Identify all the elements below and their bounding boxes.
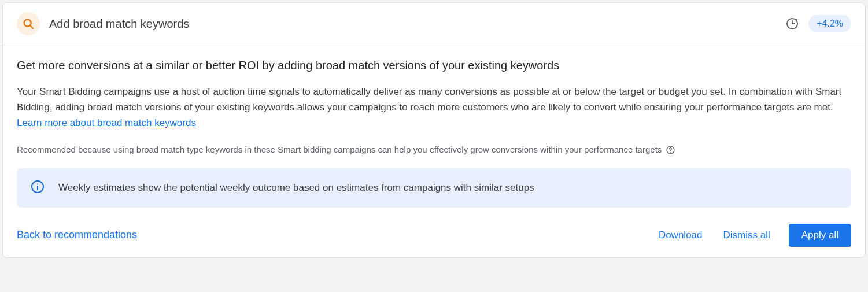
card-header: Add broad match keywords +4.2%: [3, 3, 865, 45]
svg-line-1: [30, 25, 33, 28]
card-footer: Back to recommendations Download Dismiss…: [3, 219, 865, 257]
info-banner-text: Weekly estimates show the potential week…: [58, 182, 534, 194]
auto-apply-icon[interactable]: [785, 17, 799, 31]
description-text: Your Smart Bidding campaigns use a host …: [17, 86, 841, 113]
info-icon: [31, 180, 45, 196]
card-subtitle: Get more conversions at a similar or bet…: [17, 59, 851, 72]
card-body: Get more conversions at a similar or bet…: [3, 45, 865, 219]
reason-text: Recommended because using broad match ty…: [17, 145, 662, 154]
recommendation-card: Add broad match keywords +4.2% Get more …: [2, 2, 866, 258]
svg-point-6: [670, 151, 671, 152]
help-icon[interactable]: [666, 145, 675, 155]
svg-point-9: [37, 183, 38, 184]
card-title: Add broad match keywords: [49, 17, 776, 31]
search-icon: [17, 12, 40, 35]
back-link[interactable]: Back to recommendations: [17, 229, 137, 241]
apply-all-button[interactable]: Apply all: [789, 224, 851, 247]
info-banner: Weekly estimates show the potential week…: [17, 168, 851, 208]
learn-more-link[interactable]: Learn more about broad match keywords: [17, 117, 196, 128]
score-uplift-badge: +4.2%: [808, 15, 851, 32]
download-button[interactable]: Download: [656, 225, 705, 246]
card-description: Your Smart Bidding campaigns use a host …: [17, 84, 851, 131]
dismiss-all-button[interactable]: Dismiss all: [721, 225, 773, 246]
reason-block: Recommended because using broad match ty…: [17, 143, 851, 157]
